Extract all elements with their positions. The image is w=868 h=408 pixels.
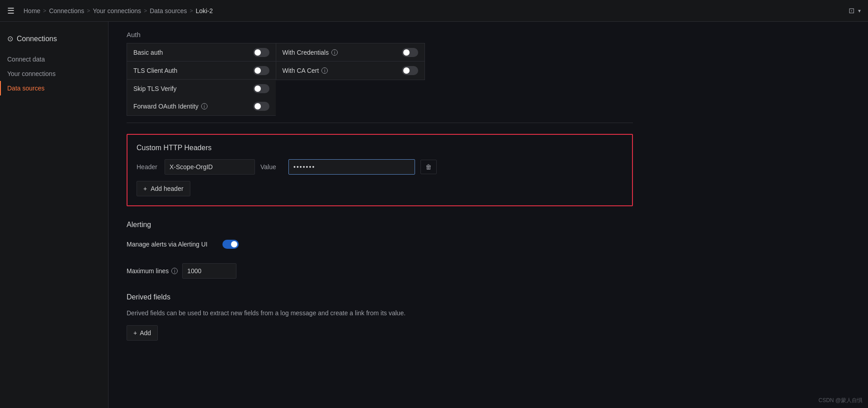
skip-tls-toggle[interactable] — [253, 84, 269, 93]
add-derived-plus-icon: + — [133, 329, 137, 337]
with-credentials-info-icon[interactable]: i — [331, 49, 338, 56]
skip-tls-label: Skip TLS Verify — [133, 85, 176, 92]
watermark: CSDN @蒙人自惧 — [818, 397, 863, 404]
custom-headers-title: Custom HTTP Headers — [137, 144, 623, 152]
forward-oauth-info-icon[interactable]: i — [201, 103, 208, 109]
auth-row-2: TLS Client Auth With CA Cert i — [127, 61, 425, 80]
custom-headers-box: Custom HTTP Headers Header Value 🗑 + Add… — [127, 134, 633, 206]
sidebar: ⊙ Connections Connect data Your connecti… — [0, 22, 108, 408]
auth-grid: Basic auth With Credentials i — [127, 43, 425, 115]
sidebar-item-data-sources[interactable]: Data sources — [0, 81, 108, 95]
breadcrumb-your-connections[interactable]: Your connections — [93, 7, 141, 14]
trash-icon: 🗑 — [425, 163, 432, 171]
alerting-title: Alerting — [127, 221, 633, 229]
max-lines-section: Maximum lines i — [127, 263, 633, 279]
breadcrumb-loki2: Loki-2 — [196, 7, 213, 14]
auth-row-3-empty — [276, 79, 425, 98]
manage-alerts-label: Manage alerts via Alerting UI — [127, 241, 217, 248]
max-lines-label: Maximum lines i — [127, 267, 178, 275]
with-ca-cert-label: With CA Cert i — [283, 67, 328, 74]
tls-client-auth-row: TLS Client Auth — [127, 61, 276, 80]
alerting-section: Alerting Manage alerts via Alerting UI — [127, 221, 633, 252]
max-lines-input[interactable] — [182, 263, 236, 279]
auth-row-3: Skip TLS Verify — [127, 79, 425, 98]
auth-section: Auth Basic auth — [127, 22, 633, 123]
plus-icon: + — [143, 185, 147, 192]
breadcrumb-home[interactable]: Home — [24, 7, 40, 14]
add-header-button[interactable]: + Add header — [137, 181, 190, 196]
manage-alerts-row: Manage alerts via Alerting UI — [127, 236, 633, 252]
manage-alerts-toggle[interactable] — [222, 240, 239, 249]
header-field-label: Header — [137, 163, 159, 171]
breadcrumb-sep-2: > — [87, 8, 90, 14]
with-credentials-row: With Credentials i — [276, 43, 425, 62]
auth-heading: Auth — [127, 31, 633, 38]
custom-headers-section: Custom HTTP Headers Header Value 🗑 + Add… — [127, 134, 633, 206]
header-input-row: Header Value 🗑 — [137, 159, 623, 175]
header-name-input[interactable] — [165, 159, 255, 175]
basic-auth-row: Basic auth — [127, 43, 276, 62]
derived-fields-description: Derived fields can be used to extract ne… — [127, 308, 633, 318]
auth-row-1: Basic auth With Credentials i — [127, 43, 425, 62]
add-derived-field-button[interactable]: + Add — [127, 325, 158, 341]
forward-oauth-label: Forward OAuth Identity i — [133, 103, 208, 110]
sidebar-item-your-connections[interactable]: Your connections — [0, 66, 108, 81]
topbar: ☰ Home > Connections > Your connections … — [0, 0, 868, 22]
forward-oauth-row: Forward OAuth Identity i — [127, 97, 276, 116]
max-lines-info-icon[interactable]: i — [171, 268, 178, 274]
hamburger-icon[interactable]: ☰ — [7, 6, 14, 16]
main-content: Auth Basic auth — [108, 22, 868, 408]
with-ca-cert-info-icon[interactable]: i — [321, 67, 328, 74]
breadcrumb-connections[interactable]: Connections — [49, 7, 84, 14]
skip-tls-row: Skip TLS Verify — [127, 79, 276, 98]
breadcrumb-sep-4: > — [190, 8, 193, 14]
breadcrumb-sep-1: > — [43, 8, 46, 14]
header-value-input[interactable] — [288, 159, 415, 175]
sidebar-item-connect-data[interactable]: Connect data — [0, 52, 108, 66]
sidebar-title: ⊙ Connections — [0, 31, 108, 47]
breadcrumb-sep-3: > — [144, 8, 147, 14]
connections-icon: ⊙ — [7, 34, 13, 43]
with-credentials-label: With Credentials i — [283, 49, 338, 56]
tls-client-auth-toggle[interactable] — [253, 66, 269, 75]
delete-header-button[interactable]: 🗑 — [420, 160, 437, 174]
chevron-down-icon[interactable]: ▾ — [858, 8, 861, 14]
breadcrumb-data-sources[interactable]: Data sources — [150, 7, 187, 14]
monitor-icon[interactable]: ⊡ — [849, 6, 854, 15]
basic-auth-toggle[interactable] — [253, 48, 269, 57]
value-field-label: Value — [260, 163, 283, 171]
breadcrumb: Home > Connections > Your connections > … — [24, 7, 213, 14]
derived-fields-title: Derived fields — [127, 293, 633, 301]
forward-oauth-toggle[interactable] — [253, 102, 269, 111]
tls-client-auth-label: TLS Client Auth — [133, 67, 177, 74]
auth-row-4-empty — [276, 97, 425, 115]
with-ca-cert-toggle[interactable] — [402, 66, 418, 75]
layout: ⊙ Connections Connect data Your connecti… — [0, 22, 868, 408]
content-area: Auth Basic auth — [108, 22, 651, 359]
basic-auth-label: Basic auth — [133, 49, 163, 56]
max-lines-row: Maximum lines i — [127, 263, 633, 279]
auth-row-4: Forward OAuth Identity i — [127, 97, 425, 115]
topbar-right: ⊡ ▾ — [849, 6, 861, 15]
derived-fields-section: Derived fields Derived fields can be use… — [127, 293, 633, 341]
with-credentials-toggle[interactable] — [402, 48, 418, 57]
with-ca-cert-row: With CA Cert i — [276, 61, 425, 80]
